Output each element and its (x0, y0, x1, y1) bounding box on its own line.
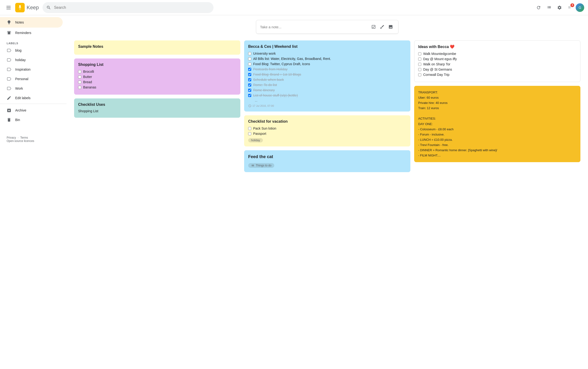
note-timestamp: 17 Jul 2016, 07:00 (248, 104, 406, 107)
note-input-bar[interactable] (256, 20, 399, 34)
checklist-item-0: Brocolli (78, 70, 236, 73)
checklist-checkbox-u1[interactable] (248, 52, 251, 55)
checklist-checkbox-3[interactable] (78, 86, 81, 89)
notification-button[interactable]: 3 (565, 3, 575, 12)
note-title: Becca & Ces | Weekend list (248, 44, 406, 49)
sidebar-edit-labels[interactable]: Edit labels (0, 93, 63, 103)
sidebar-item-blog[interactable]: blog (0, 46, 63, 55)
checklist-checkbox-u2[interactable] (248, 57, 251, 60)
checklist-label-u1: University work (253, 51, 276, 55)
label-icon-personal (7, 77, 11, 81)
notification-badge: 3 (570, 3, 574, 7)
checklist-label-b2: Day @ Mount egus iffy (423, 57, 457, 61)
checklist-checkbox-c2[interactable] (248, 73, 251, 76)
label-icon-work (7, 86, 11, 91)
terms-link[interactable]: Terms (20, 136, 28, 139)
note-more: ... (255, 99, 406, 102)
checklist-item-c3: Schedule when back (248, 78, 406, 82)
settings-button[interactable] (555, 3, 564, 12)
checklist-item-u1: University work (248, 51, 406, 55)
checklist-checkbox-0[interactable] (78, 70, 81, 73)
checklist-checkbox-v1[interactable] (248, 127, 251, 130)
list-view-button[interactable] (544, 3, 554, 12)
note-card-transport[interactable]: TRANSPORT: Uber: 60 euros Private hire: … (414, 86, 580, 162)
svg-rect-2 (6, 9, 11, 9)
sidebar-item-work[interactable]: Work (0, 84, 63, 93)
checklist-checkbox-b2[interactable] (418, 58, 421, 61)
menu-button[interactable] (4, 3, 13, 12)
avatar[interactable]: G (576, 3, 584, 12)
sidebar-item-holiday[interactable]: holiday (0, 55, 63, 65)
checklist-checkbox-2[interactable] (78, 81, 81, 84)
logo-icon (15, 3, 25, 12)
checklist-checkbox-c5[interactable] (248, 89, 251, 92)
sidebar-item-archive[interactable]: Archive (0, 106, 63, 115)
search-icon (46, 5, 51, 10)
sidebar-label-personal: Personal (15, 77, 28, 81)
note-tag-holiday: holiday (248, 138, 263, 143)
sidebar-item-personal[interactable]: Personal (0, 74, 63, 84)
checklist-item-2: Bread (78, 80, 236, 84)
checklist-checkbox-1[interactable] (78, 75, 81, 78)
lightbulb-icon (7, 20, 11, 25)
note-card-vacation[interactable]: Checklist for vacation Pack Sun lotion P… (244, 115, 410, 146)
draw-icon (380, 24, 384, 29)
checkbox-icon-btn[interactable] (370, 23, 377, 31)
topbar: Keep 3 G (0, 0, 588, 15)
checklist-checkbox-c1[interactable] (248, 68, 251, 71)
note-input[interactable] (260, 25, 367, 29)
checklist-checkbox-c4[interactable] (248, 83, 251, 87)
search-input[interactable] (54, 5, 210, 10)
sidebar: Notes Reminders LABELS blog holiday (0, 15, 67, 369)
sidebar-label-inspiration: Inspiration (15, 68, 31, 71)
notes-grid: Sample Notes Shopping List Brocolli Butt… (74, 41, 580, 172)
note-card-feed-cat[interactable]: Feed the cat Things to do (244, 150, 410, 172)
note-card-becca-ces[interactable]: Becca & Ces | Weekend list University wo… (244, 41, 410, 112)
sidebar-bin-label: Bin (15, 118, 20, 122)
checklist-label-0: Brocolli (83, 70, 94, 73)
checklist-checkbox-u3[interactable] (248, 62, 251, 66)
note-tag-things-to-do: Things to do (248, 163, 274, 168)
note-card-shopping-list[interactable]: Shopping List Brocolli Butter Bread Bana… (74, 59, 240, 95)
main-content: Sample Notes Shopping List Brocolli Butt… (67, 15, 588, 369)
checklist-label-c3: Schedule when back (253, 78, 284, 82)
checklist-checkbox-b1[interactable] (418, 52, 421, 55)
refresh-button[interactable] (534, 3, 543, 12)
sidebar-item-notes[interactable]: Notes (0, 17, 63, 28)
checklist-checkbox-c3[interactable] (248, 78, 251, 81)
checklist-checkbox-v2[interactable] (248, 132, 251, 135)
note-card-sample-notes[interactable]: Sample Notes (74, 41, 240, 55)
checkbox-square-icon (371, 24, 376, 29)
checklist-checkbox-b4[interactable] (418, 68, 421, 71)
checklist-item-c6: List of house stuff (s/p) (kettle) (248, 93, 406, 97)
checklist-checkbox-b3[interactable] (418, 63, 421, 66)
sidebar-item-bin[interactable]: Bin (0, 115, 63, 124)
sidebar-item-reminders[interactable]: Reminders (0, 28, 63, 38)
image-icon (388, 24, 393, 29)
note-card-checklist-uses[interactable]: Checklist Uses Shopping List (74, 98, 240, 118)
checklist-item-b2: Day @ Mount egus iffy (418, 57, 576, 61)
checklist-checkbox-c6[interactable] (248, 94, 251, 97)
checklist-item-u3: Food Blog: Twitter, Cyprus Draft, Icons (248, 62, 406, 66)
note-title: Shopping List (78, 62, 236, 67)
logo: Keep (15, 3, 39, 12)
trash-icon (7, 117, 11, 122)
note-title: Checklist Uses (78, 102, 236, 107)
checklist-item-b3: Walk on Sharp Tor (418, 62, 576, 66)
checklist-label-2: Bread (83, 80, 92, 84)
sidebar-item-inspiration[interactable]: Inspiration (0, 65, 63, 74)
note-title: Sample Notes (78, 44, 236, 49)
image-icon-btn[interactable] (387, 23, 394, 31)
checklist-item-3: Bananas (78, 85, 236, 89)
checklist-checkbox-b5[interactable] (418, 73, 421, 76)
note-card-ideas-becca[interactable]: Ideas with Becca ❤️ Walk Mountedgcombe D… (414, 41, 580, 82)
bell-icon (7, 31, 11, 35)
draw-icon-btn[interactable] (378, 23, 386, 31)
open-source-link[interactable]: Open-source licences (7, 139, 34, 143)
note-title: Feed the cat (248, 154, 406, 159)
privacy-link[interactable]: Privacy (7, 136, 16, 139)
checklist-item-c2: Food Blog: Brand + 1st 10 Blogs (248, 72, 406, 76)
label-icon-holiday (7, 58, 11, 62)
sidebar-footer: Privacy · Terms Open-source licences (0, 132, 67, 146)
checklist-label-v2: Passport (253, 132, 266, 135)
